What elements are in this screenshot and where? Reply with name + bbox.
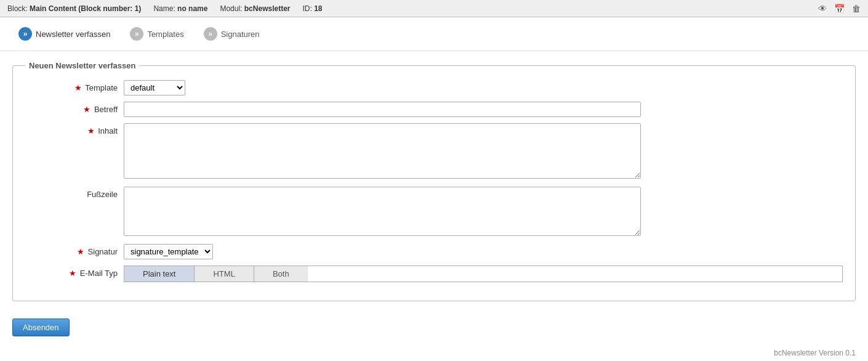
betreff-row: ★ Betreff — [25, 102, 843, 117]
tab-signaturen-label: Signaturen — [221, 30, 260, 39]
tab-templates[interactable]: » Templates — [121, 23, 192, 44]
version-text: bcNewsletter Version 0.1 — [774, 349, 856, 357]
tab-newsletter-circle: » — [18, 27, 32, 41]
template-required-star: ★ — [74, 83, 82, 92]
tab-newsletter-label: Newsletter verfassen — [36, 30, 110, 39]
inhalt-required-star: ★ — [87, 126, 95, 136]
calendar-icon[interactable]: 📅 — [834, 4, 845, 14]
block-label: Block: Main Content (Block number: 1) — [7, 4, 141, 13]
form-fieldset: Neuen Newsletter verfassen ★ Template de… — [12, 61, 856, 301]
page-footer: bcNewsletter Version 0.1 — [762, 345, 868, 361]
template-control: default custom basic — [124, 80, 843, 95]
email-typ-control: Plain text HTML Both — [124, 266, 843, 282]
signatur-select[interactable]: signature_template default_sig none — [124, 244, 213, 259]
signatur-required-star: ★ — [77, 247, 84, 256]
submit-button[interactable]: Absenden — [12, 318, 70, 336]
form-legend: Neuen Newsletter verfassen — [25, 61, 139, 70]
signatur-control: signature_template default_sig none — [124, 244, 843, 259]
email-typ-both-btn[interactable]: Both — [254, 266, 308, 282]
fusszeile-row: Fußzeile — [25, 187, 843, 238]
name-label: Name: no name — [153, 4, 207, 13]
modul-label: Modul: bcNewsletter — [220, 4, 290, 13]
signatur-row: ★ Signatur signature_template default_si… — [25, 244, 843, 259]
template-label: ★ Template — [25, 80, 124, 92]
tabs-header: » Newsletter verfassen » Templates » Sig… — [0, 17, 868, 51]
top-bar: Block: Main Content (Block number: 1) Na… — [0, 0, 868, 17]
tab-signaturen-circle: » — [204, 27, 217, 41]
signatur-label: ★ Signatur — [25, 244, 124, 256]
email-typ-html-btn[interactable]: HTML — [195, 266, 254, 282]
inhalt-row: ★ Inhalt — [25, 123, 843, 180]
id-label: ID: 18 — [302, 4, 322, 13]
inhalt-textarea[interactable] — [124, 123, 641, 179]
fusszeile-textarea[interactable] — [124, 187, 641, 236]
tab-templates-label: Templates — [147, 30, 183, 39]
email-typ-plaintext-btn[interactable]: Plain text — [124, 266, 195, 282]
email-typ-row: ★ E-Mail Typ Plain text HTML Both — [25, 266, 843, 282]
template-row: ★ Template default custom basic — [25, 80, 843, 95]
betreff-label: ★ Betreff — [25, 102, 124, 114]
tab-signaturen[interactable]: » Signaturen — [195, 23, 268, 44]
eye-icon[interactable]: 👁 — [818, 4, 827, 14]
submit-area: Absenden — [0, 311, 868, 344]
fusszeile-label: Fußzeile — [25, 187, 124, 199]
tab-templates-circle: » — [130, 27, 143, 41]
betreff-control — [124, 102, 843, 117]
email-typ-label: ★ E-Mail Typ — [25, 266, 124, 278]
inhalt-label: ★ Inhalt — [25, 123, 124, 136]
betreff-input[interactable] — [124, 102, 641, 117]
main-container: » Newsletter verfassen » Templates » Sig… — [0, 17, 868, 361]
top-bar-icons: 👁 📅 🗑 — [818, 4, 861, 14]
betreff-required-star: ★ — [83, 105, 90, 114]
inhalt-control — [124, 123, 843, 180]
email-typ-required-star: ★ — [69, 269, 76, 278]
template-select[interactable]: default custom basic — [124, 80, 185, 95]
delete-icon[interactable]: 🗑 — [852, 4, 861, 14]
fusszeile-control — [124, 187, 843, 238]
email-typ-button-group: Plain text HTML Both — [124, 266, 843, 282]
tab-newsletter[interactable]: » Newsletter verfassen — [10, 23, 119, 44]
